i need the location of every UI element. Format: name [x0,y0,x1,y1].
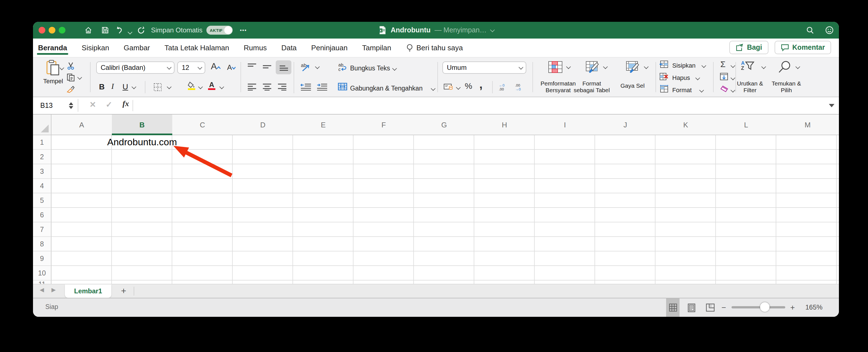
wrap-text-chevron-icon[interactable] [392,66,397,70]
zoom-in-button[interactable]: + [790,303,795,312]
accounting-chevron-icon[interactable] [456,85,461,90]
align-center-button[interactable] [262,83,272,91]
wrap-text-button[interactable]: abc [338,62,347,73]
tab-tata-letak-halaman[interactable]: Tata Letak Halaman [164,39,229,57]
confirm-entry-button[interactable]: ✓ [106,100,112,109]
row-header-6[interactable]: 6 [33,208,52,222]
row-header-9[interactable]: 9 [33,251,52,266]
tab-tampilan[interactable]: Tampilan [362,39,391,57]
format-cells-label[interactable]: Format [672,86,692,93]
zoom-out-button[interactable]: − [721,303,726,312]
normal-view-button[interactable] [666,298,680,317]
zoom-slider-track[interactable] [732,306,785,308]
percent-style-button[interactable]: % [465,81,472,91]
tab-sisipkan[interactable]: Sisipkan [82,39,109,57]
share-button[interactable]: Bagi [729,41,768,54]
underline-button[interactable]: U [122,82,128,91]
formula-input[interactable] [138,101,822,111]
increase-font-size-button[interactable]: A [211,62,221,72]
insert-chevron-icon[interactable] [702,63,706,68]
column-header-h[interactable]: H [474,114,535,135]
align-left-button[interactable] [247,83,257,91]
previous-sheet-button[interactable]: ◀ [40,287,44,293]
row-header-5[interactable]: 5 [33,193,52,208]
cell-styles-chevron-icon[interactable] [644,64,649,69]
comma-style-button[interactable]: , [479,78,483,91]
zoom-percentage[interactable]: 165% [805,304,823,311]
find-select-chevron-icon[interactable] [796,64,800,69]
tab-beranda[interactable]: Beranda [38,39,67,57]
zoom-slider-knob[interactable] [760,302,770,312]
sort-filter-button[interactable]: A Z [741,61,754,71]
find-select-button[interactable] [778,60,792,74]
column-header-l[interactable]: L [716,114,776,135]
row-header-10[interactable]: 10 [33,266,52,280]
align-top-button[interactable] [247,63,257,70]
fill-color-chevron-icon[interactable] [198,84,203,89]
delete-chevron-icon[interactable] [695,75,700,80]
formula-bar-expand-icon[interactable] [829,104,834,107]
copy-menu-chevron-icon[interactable] [78,75,82,79]
increase-indent-button[interactable] [316,83,328,91]
underline-menu-chevron-icon[interactable] [132,84,136,89]
fill-color-button[interactable] [187,81,196,90]
font-name-select[interactable]: Calibri (Badan) [96,62,175,74]
merge-center-label[interactable]: Gabungkan & Tengahkan [350,85,423,92]
insert-function-button[interactable]: fx [122,100,129,108]
copy-button[interactable] [67,73,75,81]
accounting-format-button[interactable] [443,83,454,91]
font-color-chevron-icon[interactable] [219,84,224,89]
column-header-c[interactable]: C [172,114,232,135]
orientation-button[interactable]: ab [300,62,313,73]
autosum-button[interactable]: Σ [720,59,726,69]
cancel-entry-button[interactable]: ✕ [90,100,96,109]
cell-b1[interactable]: Androbuntu.com [112,135,172,150]
cut-button[interactable] [67,62,75,70]
format-painter-button[interactable] [67,84,76,93]
search-icon[interactable] [805,26,814,35]
document-title-group[interactable]: x Androbuntu — Menyimpan… [33,22,839,39]
name-box-stepper[interactable] [69,102,73,109]
tab-rumus[interactable]: Rumus [244,39,267,57]
page-layout-view-button[interactable] [685,298,698,317]
borders-button[interactable] [153,83,162,92]
fill-chevron-icon[interactable] [731,75,735,80]
font-size-select[interactable]: 12 [177,62,205,74]
column-header-i[interactable]: I [535,114,595,135]
row-header-1[interactable]: 1 [33,135,52,150]
decrease-decimal-button[interactable]: .00→0 [515,83,521,91]
decrease-indent-button[interactable] [300,83,312,91]
tab-gambar[interactable]: Gambar [124,39,150,57]
column-header-m[interactable]: M [776,114,839,135]
delete-cells-button[interactable] [659,73,668,80]
column-header-k[interactable]: K [655,114,716,135]
next-sheet-button[interactable]: ▶ [52,287,56,293]
italic-button[interactable]: I [111,82,114,91]
decrease-font-size-button[interactable]: A [227,63,236,72]
select-all-corner[interactable] [33,114,52,135]
conditional-formatting-chevron-icon[interactable] [566,64,571,69]
column-header-j[interactable]: J [595,114,655,135]
name-box[interactable]: B13 [35,99,78,112]
delete-cells-label[interactable]: Hapus [672,74,690,81]
format-as-table-button[interactable] [586,61,600,74]
format-chevron-icon[interactable] [700,88,704,92]
row-header-2[interactable]: 2 [33,150,52,164]
worksheet-grid[interactable]: A B C D E F G H I J K L M 1 2 3 4 5 6 7 … [33,114,839,284]
font-color-button[interactable]: A [208,81,215,90]
insert-cells-label[interactable]: Sisipkan [672,62,695,69]
tab-data[interactable]: Data [281,39,297,57]
column-header-a[interactable]: A [52,114,112,135]
merge-center-button[interactable] [338,83,347,92]
row-header-8[interactable]: 8 [33,237,52,251]
wrap-text-label[interactable]: Bungkus Teks [350,65,390,72]
column-header-d[interactable]: D [232,114,293,135]
cell-styles-button[interactable] [626,61,640,74]
page-break-view-button[interactable] [704,298,717,317]
format-as-table-chevron-icon[interactable] [603,64,608,69]
merge-center-chevron-icon[interactable] [431,86,435,91]
column-header-g[interactable]: G [414,114,474,135]
clear-button[interactable] [720,85,729,93]
row-header-11[interactable]: 11 [33,280,52,284]
bold-button[interactable]: B [99,82,104,91]
